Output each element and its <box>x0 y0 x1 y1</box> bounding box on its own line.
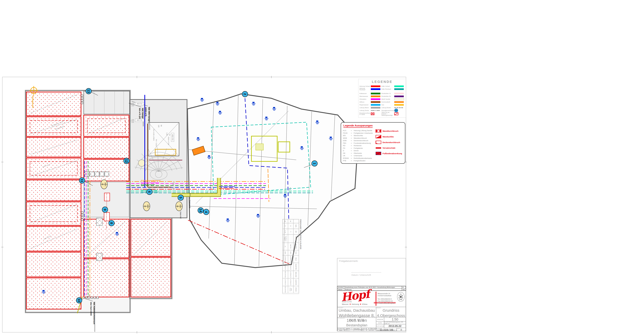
revision-change: Einarbeitung neuer Polierplan vom 16.01.… <box>344 286 402 288</box>
symbol-row: Wanddurchbruch <box>376 129 398 133</box>
masstab-value: 1:50 <box>384 317 406 321</box>
top15-label: Top 15 <box>172 182 175 189</box>
ref-box-label: 40G F23 <box>172 134 174 140</box>
legend-label: Abluft Sanitär <box>382 99 394 100</box>
stamp-text: 18° <box>102 183 104 185</box>
stamp-text: 1B <box>144 205 146 207</box>
strand-marker: 1 <box>312 161 317 166</box>
legend-label: *BSK 90 mit Antrieb + Stellungsanzeige <box>382 112 394 116</box>
legend-label: Kaltwasser <box>360 93 371 94</box>
dim-text: 79 <box>168 134 170 136</box>
room-note: PH=+0,85 ü.FBOK <box>153 129 154 141</box>
strand-marker: 13 <box>86 88 92 94</box>
datei-label: DATEI <box>376 321 384 324</box>
company-tagline: Wasser Heizung Klima <box>342 303 367 305</box>
plot-label: PLOT-DATUM <box>376 324 384 328</box>
symbol-row: Wandschlitz <box>376 135 394 138</box>
strand-marker: 11 <box>79 178 85 183</box>
projekt-line1: Umbau, Dachausbau <box>338 308 376 312</box>
marker-number: 14 <box>199 209 202 212</box>
dim-text: 106 <box>132 119 134 121</box>
basis-plan-row: Basis Plan WL08_AF_GR_4OG-0 <box>376 329 396 331</box>
planinhalt-line2: Bestandsplan <box>338 323 376 327</box>
fussbodenabsenkung-icon <box>376 152 381 155</box>
central-core <box>130 100 187 218</box>
einfuegepunkt-label: Einfügepunkt <box>32 96 34 108</box>
abl-kaelte-label: ABL Kältemaschinenraum <box>93 302 95 324</box>
fbh-note: FBH 1 Kreis VLA 20 cm zu 18.02/Kr.10 <box>106 213 107 229</box>
brandverschluss-symbol <box>371 113 374 115</box>
dim-text: 233 <box>132 121 134 123</box>
top16-label: Top 16 <box>289 187 291 193</box>
legend-label: Gas <box>382 104 394 106</box>
abl-bre-garage-label: ABL BRE Garage <box>148 107 150 122</box>
legend-box: LEGENDE Heizung VorlaufKälte Vorlauf Hei… <box>358 79 406 118</box>
stamp-text: 15.02 <box>180 204 181 208</box>
legend-label: Leitung Wand <box>360 107 371 108</box>
legend-label: Strangbezeichnung <box>382 110 394 111</box>
absperrung-label: Absperrung HZ Vorlauf <box>219 188 234 189</box>
strangbezeichnung-symbol: HTZ <box>394 109 398 112</box>
strand-marker: 8 <box>109 220 114 226</box>
svg-text:HTZ: HTZ <box>395 110 397 111</box>
legend-title: LEGENDE <box>358 80 406 84</box>
strand-marker: 14 <box>198 208 204 213</box>
legend-label: Heizung Vorlauf <box>360 86 371 87</box>
abbreviation-list: HLS=Heizung,Lüftung,Sanitär FDUK=Fertigd… <box>343 129 373 162</box>
absperrung-label: Ø 20 Absperrung Zirkulation <box>141 182 159 183</box>
bsk90-symbol <box>394 112 398 115</box>
absperrung-label: Ø 32 Absperrung Warmwasser <box>141 180 160 181</box>
legend-label: Brandverschluss FI VE90 <box>360 112 371 115</box>
stamp-text: 16.20 <box>147 204 149 208</box>
ref-box-label: 303 F14 <box>137 103 142 105</box>
plan-sheet: Ø 32 Absperrung Warmwasser Ø 20 Absperru… <box>0 0 644 334</box>
legend-label: Abfluss <box>360 101 371 103</box>
freigabevermerk-box: Freigabevermerk: Datum / Unterschrift <box>337 258 406 286</box>
legend-label: Leitung Boden <box>382 107 394 108</box>
stamp-text: 16.01 <box>104 182 106 186</box>
marker-number: 5 <box>179 197 183 198</box>
legend-label: Leitung Decke <box>360 110 371 111</box>
strand-marker: 5 <box>178 195 184 200</box>
revision-date: 03.2012 <box>337 286 344 288</box>
freigabe-table: FREIGABE VERMERKE KÄUFER Verk. GR KÜCHE … <box>283 219 302 297</box>
aussparungen-box: Legende Aussparungen HLS=Heizung,Lüftung… <box>341 122 405 164</box>
strand-marker: 2 <box>242 91 248 97</box>
planinhalt-cell: PLANINHALT H, K, L, S Bestandsplan <box>337 317 376 328</box>
objekt-cell: OBJEKT Grundriss 4.Obergeschoss <box>376 307 406 317</box>
deckendurchbruch-icon <box>376 141 381 144</box>
absperrung-label: Ø 32 Absperrung KW <box>141 184 154 185</box>
dim-text: 100 <box>158 125 160 127</box>
marker-number: 10 <box>77 298 81 302</box>
abl-kaelte-detail: über Dach Ø200 <box>90 302 92 316</box>
legend-label: Zirkulation <box>360 99 371 100</box>
strand-marker: 9 <box>102 207 108 212</box>
company-band: Hopf GmbH Co KG Wasser Heizung Klima Wie… <box>337 291 406 307</box>
strand-marker: 10 <box>76 297 82 303</box>
legend-label: Rückkühler RL <box>382 96 394 97</box>
dim-text: 1,90 <box>166 133 168 136</box>
marker-number: 13 <box>87 89 90 93</box>
gaeste-wc-label: Gäste WC <box>180 211 182 219</box>
legend-label: Heizung Rücklauf <box>360 88 371 91</box>
symbol-row: Vorsatzschale <box>376 147 396 149</box>
signature-line <box>352 272 381 273</box>
marker-number: 9 <box>103 209 107 210</box>
marker-number: 4 <box>204 211 208 213</box>
legend-label: Rückkühler VL <box>382 93 394 94</box>
company-address: Wienerstraße 14 A-8720 Knittelfeld Tel.:… <box>378 293 394 304</box>
marker-number: 12 <box>124 159 128 163</box>
wandschlitz-icon <box>376 135 381 138</box>
plot-value: 2013.05.22 <box>384 324 406 328</box>
basis-datum-value: 16.01.2012 <box>366 329 376 331</box>
marker-number: 8 <box>110 222 114 224</box>
datei-value: 11-219 Wohllebengasse_UG-2.DG_A <box>384 321 406 324</box>
freigabe-title: FREIGABE VERMERKE KÄUFER <box>299 219 302 297</box>
strand-marker: 4 <box>204 209 209 215</box>
symbol-row: Fußbodenabsenkung <box>376 152 402 155</box>
room-note: FBOK+17,69 <box>168 137 169 145</box>
stamp-seal <box>397 292 405 302</box>
dim-text: 233 <box>132 105 134 107</box>
wanddurchbruch-icon <box>376 129 381 133</box>
planinhalt-line1: H, K, L, S <box>338 318 376 322</box>
